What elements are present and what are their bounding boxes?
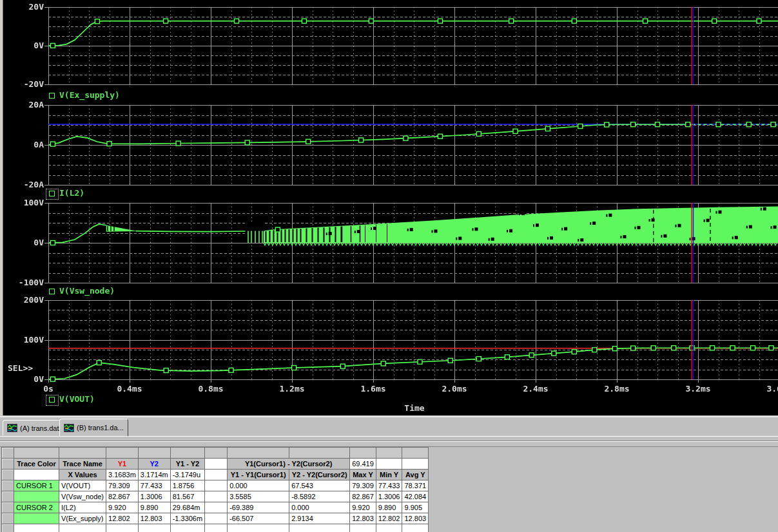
y-axis-label: -20A [5,180,44,189]
avg-y-value: 9.905 [402,502,429,513]
legend-label-v-vsw-node-[interactable]: V(Vsw_node) [59,287,115,296]
y-axis-label: 0A [5,140,44,149]
empty-cell [289,448,350,459]
y1-minus-y2-value: 29.684m [170,502,204,513]
empty-cell [14,470,59,480]
col-header-y1: Y1 [106,459,139,470]
x-axis-label: 1.2ms [274,385,310,394]
empty-cell [205,502,228,513]
empty-cell [402,448,429,459]
col-header-max-y: Max Y [350,470,376,480]
empty-cell [59,524,106,532]
y1-minus-y2-value: 81.567 [170,491,204,502]
col-header-y2: Y2 [138,459,170,470]
empty-cell [205,459,228,470]
table-row: CURSOR 1V(VOUT)79.30977.4331.87560.00067… [2,480,429,491]
splitter-strip[interactable] [0,441,778,447]
avg-y-value: 42.084 [402,491,429,502]
tab-file-a[interactable]: (A) trans.dat [3,420,64,435]
row-header [2,459,14,470]
y1-minus-cursor1-value: 3.5585 [228,491,289,502]
row-header [2,513,14,524]
trace-color-swatch: CURSOR 1 [14,480,59,491]
empty-cell [228,524,289,532]
tab-bar: (A) trans.dat (B) trans1.da... [0,416,778,437]
table-row: V(Ex_supply)12.80212.803-1.3306m-66.5072… [2,513,429,524]
x-axis-label: 2.0ms [436,385,472,394]
legend-label-i-l2-[interactable]: I(L2) [59,189,84,198]
col-header-min-y: Min Y [376,470,402,480]
empty-cell [205,491,228,502]
empty-cell [205,524,228,532]
y1-minus-y2-value: 1.8756 [170,480,204,491]
max-y-value: 79.309 [350,480,376,491]
y2-value: 12.803 [138,513,170,524]
empty-cell [205,470,228,480]
y-axis-label: 20V [5,3,44,12]
empty-cell [138,448,170,459]
empty-cell [350,524,376,532]
trace-name-cell: V(Ex_supply) [59,513,106,524]
trace-color-swatch: CURSOR 2 [14,502,59,513]
empty-cell [170,448,204,459]
min-y-value: 12.802 [376,513,402,524]
legend-trace-marker [49,397,55,403]
y-axis-label: 0V [5,375,44,384]
y-axis-label: 0V [5,238,44,247]
col-header-cursor-diff: Y1(Cursor1) - Y2(Cursor2) [228,459,350,470]
trace-name-cell: V(Vsw_node) [59,491,106,502]
col-header-y1-minus-cursor1: Y1 - Y1(Cursor1) [228,470,289,480]
avg-y-value: 12.803 [402,513,429,524]
empty-cell [205,513,228,524]
min-y-value: 1.3006 [376,491,402,502]
legend-trace-marker [49,289,55,294]
legend-label-v-vout-[interactable]: V(VOUT) [59,395,95,404]
row-header [2,470,14,480]
tab-file-b[interactable]: (B) trans1.da... [59,419,128,437]
waveform-file-icon [64,424,74,432]
y2-minus-cursor2-value: 67.543 [289,480,350,491]
y1-value: 12.802 [106,513,139,524]
max-y-value: 12.803 [350,513,376,524]
trace-color-swatch [14,513,59,524]
y-axis-label: 200V [5,296,44,305]
min-y-value: 77.433 [376,480,402,491]
empty-cell [376,459,402,470]
empty-cell [350,448,376,459]
waveform-file-icon [7,424,17,432]
x-axis-label: 3.2ms [680,385,716,394]
y-axis-label: 100V [5,336,44,345]
y2-value: 1.3006 [138,491,170,502]
window-left-edge [0,0,3,415]
waveform-plot-canvas[interactable] [0,0,778,415]
sel-indicator: SEL>> [8,364,33,373]
y1-value: 9.920 [106,502,139,513]
legend-trace-marker [49,191,55,196]
x-axis-label: 2.8ms [599,385,635,394]
cursor-measurement-table: Trace ColorTrace NameY1Y2Y1 - Y2Y1(Curso… [1,447,429,532]
empty-cell [170,524,204,532]
cursor-diff-value: 69.419 [350,459,376,470]
min-y-value: 9.890 [376,502,402,513]
empty-cell [205,448,228,459]
y2-minus-cursor2-value: -8.5892 [289,491,350,502]
max-y-value: 82.867 [350,491,376,502]
y1-minus-cursor1-value: -66.507 [228,513,289,524]
x-axis-label: 0.4ms [112,385,148,394]
legend-label-v-ex-supply-[interactable]: V(Ex_supply) [59,91,120,100]
y1-minus-cursor1-value: 0.000 [228,480,289,491]
x-axis-title: Time [394,404,435,413]
x-axis-label: 0.8ms [193,385,229,394]
splitter-strip[interactable] [0,436,778,441]
x-axis-label: 0s [30,385,66,394]
row-header [2,524,14,532]
max-y-value: 9.920 [350,502,376,513]
empty-cell [14,524,59,532]
y2-minus-cursor2-value: 0.000 [289,502,350,513]
row-header [2,502,14,513]
empty-cell [14,448,59,459]
col-header-trace-color: Trace Color [14,459,59,470]
y-axis-label: 0V [5,41,44,50]
col-header-y1-minus-y2: Y1 - Y2 [170,459,204,470]
trace-name-cell: V(VOUT) [59,480,106,491]
